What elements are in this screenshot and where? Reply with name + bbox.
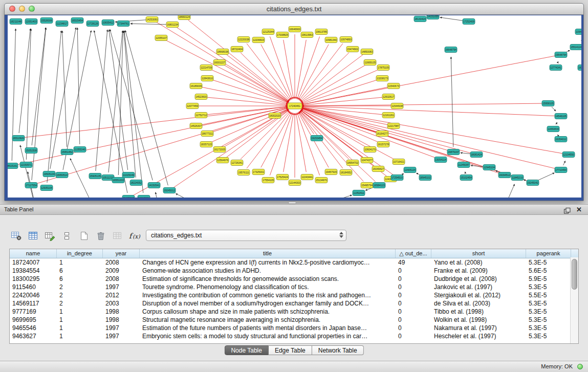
graph-edge[interactable] (173, 110, 289, 188)
table-cell[interactable]: 0 (396, 324, 431, 332)
column-header[interactable]: title (140, 249, 396, 258)
graph-edge[interactable] (451, 57, 453, 147)
table-cell[interactable]: Yano et al. (2008) (431, 258, 526, 267)
graph-node[interactable]: 15951452 (61, 149, 73, 155)
graph-edge[interactable] (96, 30, 107, 171)
graph-node[interactable]: 16049427 (372, 166, 384, 172)
graph-edge[interactable] (32, 28, 46, 145)
graph-edge[interactable] (296, 113, 306, 172)
graph-node[interactable]: 17554105 (262, 178, 274, 183)
graph-edge[interactable] (284, 113, 294, 172)
table-cell[interactable]: Corpus callosum shape and size in male p… (140, 308, 396, 316)
combo-stepper-icon[interactable] (337, 230, 346, 241)
table-settings-icon[interactable] (9, 229, 24, 243)
table-cell[interactable]: 5.3E-5 (526, 308, 571, 316)
graph-node[interactable]: 16612024 (138, 195, 150, 198)
graph-edge[interactable] (301, 80, 377, 104)
graph-edge[interactable] (284, 40, 294, 99)
graph-node[interactable]: 16879197 (447, 149, 460, 155)
graph-node[interactable]: 18357115 (200, 142, 212, 147)
graph-node[interactable]: 19245012 (163, 188, 176, 193)
table-row[interactable]: 969969511998Structural magnetic resonanc… (10, 316, 578, 324)
row-height-icon[interactable] (60, 229, 74, 243)
table-cell[interactable]: 1 (57, 316, 103, 324)
graph-node[interactable]: 11540673 (387, 83, 400, 89)
tab-edge-table[interactable]: Edge Table (269, 345, 312, 355)
graph-node[interactable]: 12144303 (289, 180, 301, 186)
table-cell[interactable]: Franke et al. (2009) (431, 267, 526, 275)
graph-node[interactable]: 19153454 (311, 136, 323, 141)
table-row[interactable]: 946554611997Estimation of the future num… (10, 324, 578, 332)
table-cell[interactable]: de Silva et al. (2003) (431, 299, 526, 308)
graph-node[interactable]: 18081424 (470, 152, 483, 158)
table-scrollbar[interactable] (570, 257, 578, 343)
graph-node[interactable]: 12405124 (404, 167, 416, 173)
table-cell[interactable]: Jankovic et al. (1997) (431, 283, 526, 291)
table-cell[interactable]: 1997 (103, 324, 140, 332)
column-header[interactable]: year (103, 249, 140, 258)
graph-node[interactable]: 12564976 (216, 158, 229, 163)
graph-node[interactable]: 14526307 (190, 123, 202, 129)
graph-node[interactable]: 17344761 (117, 21, 129, 27)
graph-node[interactable]: 12220038 (237, 37, 250, 42)
table-cell[interactable]: 1997 (103, 283, 140, 291)
table-cell[interactable]: 6 (57, 267, 103, 275)
table-cell[interactable]: Changes of HCN gene expression and I(f) … (140, 258, 396, 267)
graph-node[interactable]: 14151055 (427, 15, 439, 19)
graph-node[interactable]: 18954702 (346, 160, 359, 166)
graph-node[interactable]: 16551203 (112, 178, 124, 183)
graph-edge[interactable] (36, 108, 288, 184)
graph-edge[interactable] (130, 24, 167, 25)
delete-column-icon[interactable] (94, 229, 108, 243)
graph-node[interactable]: 18945102 (419, 175, 431, 181)
table-cell[interactable]: 9699695 (10, 316, 57, 324)
graph-edge[interactable] (501, 184, 514, 198)
graph-edge[interactable] (224, 65, 289, 102)
graph-edge[interactable] (563, 161, 565, 166)
table-cell[interactable]: 5.3E-5 (526, 299, 571, 308)
graph-edge[interactable] (301, 70, 379, 103)
graph-node[interactable]: 12055107 (155, 35, 167, 41)
graph-node[interactable]: 10604170 (364, 147, 376, 152)
table-cell[interactable]: 9777169 (10, 308, 57, 316)
table-cell[interactable]: Nakamura et al. (1997) (431, 324, 526, 332)
table-cell[interactable]: Investigating the contribution of common… (140, 291, 396, 299)
graph-edge[interactable] (302, 106, 556, 116)
graph-edge[interactable] (300, 111, 376, 182)
graph-edge[interactable] (156, 192, 160, 198)
graph-edge[interactable] (302, 97, 383, 105)
graph-node[interactable]: 18515161 (8, 163, 18, 169)
table-cell[interactable]: 0 (396, 299, 431, 308)
table-cell[interactable]: 5.3E-5 (526, 283, 571, 291)
table-cell[interactable]: 2008 (103, 275, 140, 283)
edit-table-icon[interactable] (43, 229, 57, 243)
graph-node[interactable]: 10974893 (340, 37, 352, 42)
graph-edge[interactable] (17, 107, 288, 165)
graph-node[interactable]: 12125344 (262, 29, 274, 35)
table-cell[interactable]: 18724007 (10, 258, 57, 267)
graph-node[interactable]: 10474377 (361, 158, 373, 163)
graph-node[interactable]: 14253060 (146, 17, 158, 23)
graph-node[interactable]: 12728126 (86, 21, 99, 27)
table-cell[interactable]: Estimation of significance thresholds fo… (140, 275, 396, 283)
tab-network-table[interactable]: Network Table (312, 345, 364, 355)
table-row[interactable]: 911546021997Tourette syndrome. Phenomeno… (10, 283, 578, 291)
graph-node[interactable]: 15134970 (315, 178, 328, 183)
table-row[interactable]: 1830029562008Estimation of significance … (10, 275, 578, 283)
table-cell[interactable]: 0 (396, 291, 431, 299)
create-column-icon[interactable] (77, 229, 91, 243)
table-cell[interactable]: Genome-wide association studies in ADHD. (140, 267, 396, 275)
graph-node[interactable]: 19648794 (555, 52, 567, 58)
graph-node[interactable]: 14523600 (195, 94, 207, 100)
table-cell[interactable]: 18300295 (10, 275, 57, 283)
graph-node[interactable]: 18302020 (269, 113, 281, 119)
table-cell[interactable]: 2 (57, 299, 103, 308)
graph-node[interactable]: 12161261 (382, 113, 395, 118)
table-cell[interactable]: 5.6E-5 (526, 267, 571, 275)
graph-edge[interactable] (247, 43, 290, 100)
table-cell[interactable]: 9115460 (10, 283, 57, 291)
graph-node[interactable]: 12214709 (200, 65, 212, 71)
graph-edge[interactable] (26, 29, 31, 160)
graph-node[interactable]: 17525424 (276, 174, 289, 180)
window-titlebar[interactable]: citations_edges.txt (5, 4, 583, 15)
